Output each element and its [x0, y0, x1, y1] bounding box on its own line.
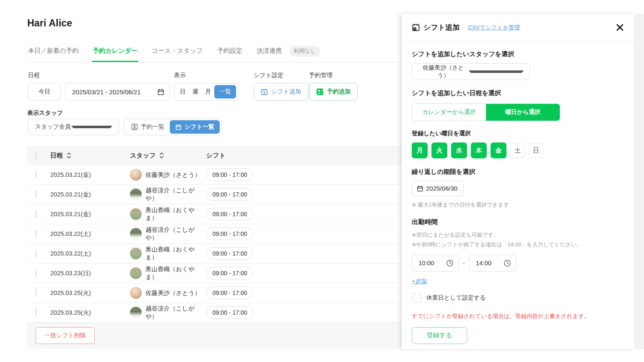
work-time-inputs: 10:00 - 14:00 — [412, 255, 624, 272]
holiday-checkbox[interactable] — [412, 293, 421, 303]
weekday-mon-selected[interactable]: 月 — [412, 142, 428, 158]
calendar-white-icon — [175, 124, 182, 130]
close-icon[interactable] — [616, 23, 624, 31]
row-date: 2025.03.22(土) — [50, 230, 130, 238]
weekday-section-label: 登録したい曜日を選択 — [412, 130, 624, 137]
csv-manage-link[interactable]: CSVでシフトを管理 — [468, 24, 520, 31]
row-checkbox[interactable] — [36, 308, 36, 316]
row-date: 2025.03.21(金) — [50, 171, 130, 179]
row-checkbox[interactable] — [36, 289, 36, 297]
row-checkbox[interactable] — [36, 230, 36, 238]
drawer-header: シフト追加 CSVでシフトを管理 — [402, 14, 634, 41]
date-range-input[interactable]: 2025/03/21 - 2025/06/21 — [65, 83, 170, 101]
staff-filter-value: スタッフ全員 — [34, 123, 71, 131]
shift-time-pill[interactable]: 09:00 - 17:00 — [206, 228, 253, 240]
shift-table: 日程 スタッフ シフト 2025.03.21(金) — [27, 146, 402, 349]
column-header-staff: スタッフ — [130, 152, 156, 160]
weekday-tue-selected[interactable]: 火 — [431, 142, 447, 158]
calendar-icon — [157, 88, 164, 96]
drawer-title: シフト追加 — [423, 23, 460, 32]
clock-icon — [446, 259, 454, 267]
view-week-option[interactable]: 週 — [189, 88, 202, 96]
chevron-down-icon — [71, 126, 112, 128]
column-header-shift: シフト — [206, 152, 226, 160]
tab-course-staff[interactable]: コース・スタッフ — [151, 47, 204, 61]
tab-payment-link[interactable]: 決済連携 — [256, 47, 283, 61]
app-root: Hari Alice 本日／新着の予約 予約カレンダー コース・スタッフ 予約設… — [0, 0, 644, 362]
shift-time-pill[interactable]: 09:00 - 17:00 — [206, 306, 253, 319]
staff-select[interactable]: 佐藤美沙（さとう） — [412, 63, 530, 80]
clock-icon — [504, 259, 511, 267]
staff-section-label: シフトを追加したいスタッフを選択 — [412, 50, 624, 58]
row-checkbox[interactable] — [36, 269, 36, 277]
end-time-input[interactable]: 14:00 — [469, 255, 516, 272]
sort-date-icon[interactable] — [67, 153, 71, 158]
table-row: 2025.03.22(土) 越谷涼介（こしがや） 09:00 - 17:00 — [27, 224, 402, 244]
shift-time-pill[interactable]: 09:00 - 17:00 — [206, 168, 253, 181]
avatar — [130, 208, 142, 220]
repeat-date-input[interactable]: 2025/06/30 — [412, 181, 464, 196]
row-date: 2025.03.23(日) — [50, 269, 130, 277]
row-staff-name: 奥山香織（おくやま） — [145, 246, 206, 261]
page-title: Hari Alice — [27, 18, 402, 29]
tab-booking-calendar[interactable]: 予約カレンダー — [92, 47, 138, 61]
bulk-shift-delete-button[interactable]: 一括シフト削除 — [36, 327, 95, 344]
calendar-icon — [417, 185, 423, 192]
tab-booking-settings[interactable]: 予約設定 — [216, 47, 243, 61]
weekday-wed-selected[interactable]: 水 — [451, 142, 467, 158]
sort-staff-icon[interactable] — [159, 153, 164, 158]
work-time-note-1: ※翌日にまたがる設定も可能です。 — [412, 230, 624, 240]
avatar — [130, 307, 142, 318]
repeat-note: ※ 最大1年後までの日付を選択できます — [412, 201, 624, 209]
row-checkbox[interactable] — [36, 249, 36, 257]
row-checkbox[interactable] — [36, 210, 36, 218]
view-day-option[interactable]: 日 — [177, 88, 189, 96]
payment-status-badge: 利用なし — [289, 46, 321, 57]
shift-time-pill[interactable]: 09:00 - 17:00 — [206, 188, 253, 201]
view-list-option-selected[interactable]: 一覧 — [214, 85, 236, 98]
staff-filter-label: 表示スタッフ — [27, 109, 402, 117]
avatar — [130, 267, 142, 279]
scrollbar-track[interactable] — [634, 14, 644, 349]
weekday-sun[interactable]: 日 — [529, 143, 543, 158]
weekday-thu-selected[interactable]: 木 — [471, 142, 487, 158]
row-staff-name: 奥山香織（おくやま） — [145, 206, 206, 222]
shift-time-pill[interactable]: 09:00 - 17:00 — [206, 208, 253, 220]
select-all-checkbox[interactable] — [36, 152, 36, 160]
weekday-sat[interactable]: 土 — [510, 143, 525, 158]
drawer-body: シフトを追加したいスタッフを選択 佐藤美沙（さとう） シフトを追加したい日程を選… — [402, 41, 634, 344]
add-time-row-link[interactable]: +追加 — [412, 278, 427, 285]
start-time-value: 10:00 — [418, 259, 434, 266]
table-row: 2025.03.23(日) 奥山香織（おくやま） 09:00 - 17:00 — [27, 264, 402, 283]
table-row: 2025.03.25(火) 佐藤美沙（さとう） 09:00 - 17:00 — [27, 283, 402, 303]
shift-time-pill[interactable]: 09:00 - 17:00 — [206, 267, 253, 279]
row-staff-name: 越谷涼介（こしがや） — [145, 305, 206, 321]
avatar — [130, 228, 142, 240]
booking-list-toggle[interactable]: 予約一覧 — [126, 123, 170, 131]
booking-add-button[interactable]: 予約追加 — [309, 83, 358, 101]
tab-today-bookings[interactable]: 本日／新着の予約 — [27, 47, 79, 61]
start-time-input[interactable]: 10:00 — [412, 255, 459, 272]
row-staff-name: 佐藤美沙（さとう） — [145, 289, 201, 297]
shift-list-toggle-selected[interactable]: シフト一覧 — [170, 120, 220, 134]
shift-time-pill[interactable]: 09:00 - 17:00 — [206, 247, 253, 260]
register-button[interactable]: 登録する — [412, 327, 467, 344]
row-checkbox[interactable] — [36, 190, 36, 198]
shift-time-pill[interactable]: 09:00 - 17:00 — [206, 287, 253, 299]
row-staff-name: 奥山香織（おくやま） — [145, 265, 206, 281]
weekday-fri-selected[interactable]: 金 — [491, 142, 506, 158]
person-outline-icon — [131, 124, 138, 130]
staff-filter-select[interactable]: スタッフ全員 — [28, 119, 119, 135]
today-button[interactable]: 今日 — [28, 83, 61, 101]
calendar-plus-icon — [412, 23, 421, 32]
view-month-option[interactable]: 月 — [202, 88, 214, 96]
repeat-deadline-label: 繰り返しの期限を選択 — [412, 168, 624, 176]
row-date: 2025.03.21(金) — [50, 210, 130, 218]
tab-select-from-calendar[interactable]: カレンダーから選択 — [412, 104, 486, 121]
tab-select-from-weekday[interactable]: 曜日から選択 — [486, 104, 560, 121]
shift-add-button[interactable]: シフト追加 — [254, 83, 308, 101]
view-label: 表示 — [174, 72, 239, 79]
table-row: 2025.03.25(火) 越谷涼介（こしがや） 09:00 - 17:00 — [27, 303, 402, 323]
weekday-buttons: 月 火 水 木 金 土 日 — [412, 142, 624, 158]
row-checkbox[interactable] — [36, 171, 36, 178]
